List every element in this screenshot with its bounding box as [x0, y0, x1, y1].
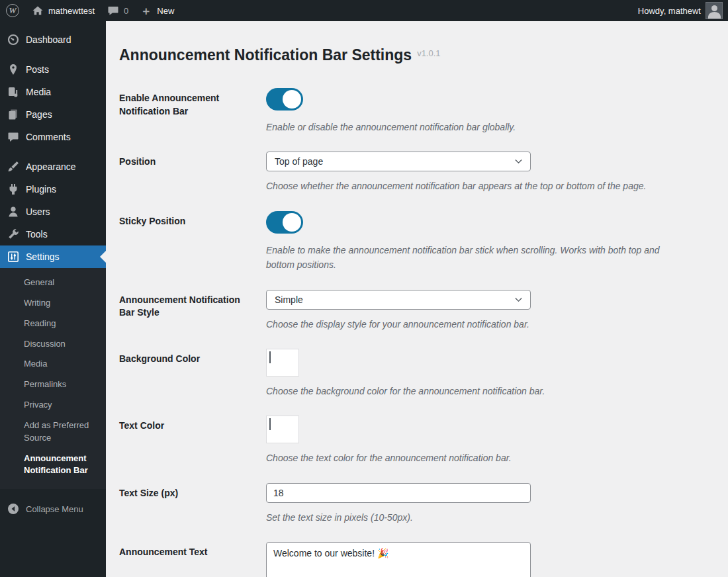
admin-bar: W mathewttest 0 ＋ New Howdy, mathewt	[0, 0, 728, 21]
sidebar-item-dashboard[interactable]: Dashboard	[0, 28, 106, 51]
position-label: Position	[119, 152, 245, 193]
submenu-item-media[interactable]: Media	[0, 354, 106, 375]
new-label: New	[157, 6, 174, 16]
submenu-item-general[interactable]: General	[0, 273, 106, 293]
sidebar-item-label: Plugins	[26, 184, 56, 195]
plugin-version: v1.0.1	[417, 48, 440, 58]
field-row-announcement-text: Announcement Text Welcome to our website…	[119, 542, 709, 577]
announcement-text-input[interactable]: Welcome to our website! 🎉	[266, 542, 531, 577]
background-color-swatch	[269, 351, 271, 363]
comments-icon	[7, 130, 20, 144]
pushpin-icon	[7, 63, 20, 76]
position-description: Choose whether the announcement notifica…	[266, 179, 684, 193]
sidebar-item-plugins[interactable]: Plugins	[0, 178, 106, 200]
site-name: mathewttest	[48, 6, 95, 16]
submenu-item-add-as-preferred-source[interactable]: Add as Preferred Source	[0, 416, 106, 449]
wordpress-menu[interactable]: W	[0, 0, 25, 21]
field-row-style: Announcement Notification Bar Style Simp…	[119, 290, 709, 332]
style-description: Choose the display style for your announ…	[266, 317, 684, 332]
sidebar-item-users[interactable]: Users	[0, 200, 106, 223]
pages-icon	[7, 108, 20, 121]
enable-toggle[interactable]	[266, 88, 303, 111]
text-size-description: Set the text size in pixels (10-50px).	[266, 510, 684, 525]
submenu-item-permalinks[interactable]: Permalinks	[0, 375, 106, 395]
page-title: Announcement Notification Bar Settingsv1…	[119, 46, 709, 64]
collapse-arrow-icon	[7, 502, 20, 515]
chevron-down-icon	[515, 159, 522, 164]
collapse-menu-label: Collapse Menu	[26, 504, 83, 514]
text-size-label: Text Size (px)	[119, 483, 245, 525]
active-menu-notch	[100, 251, 106, 263]
submenu-item-reading[interactable]: Reading	[0, 314, 106, 334]
style-select[interactable]: Simple	[266, 290, 531, 310]
sidebar-item-label: Dashboard	[26, 34, 71, 45]
toggle-knob	[283, 90, 301, 109]
text-size-input[interactable]	[266, 483, 531, 503]
field-row-enable: Enable Announcement Notification Bar Ena…	[119, 88, 709, 134]
submenu-item-discussion[interactable]: Discussion	[0, 334, 106, 355]
plug-icon	[7, 183, 20, 196]
sidebar-item-label: Tools	[26, 229, 48, 240]
text-color-label: Text Color	[119, 416, 245, 465]
new-content-button[interactable]: ＋ New	[134, 0, 180, 21]
user-icon	[7, 205, 20, 218]
site-name-link[interactable]: mathewttest	[25, 0, 101, 21]
field-row-text-color: Text Color Choose the text color for the…	[119, 416, 709, 465]
sticky-description: Enable to make the announcement notifica…	[266, 243, 684, 273]
style-select-value: Simple	[275, 294, 303, 305]
settings-sliders-icon	[7, 250, 20, 263]
submenu-item-privacy[interactable]: Privacy	[0, 395, 106, 416]
sidebar-item-posts[interactable]: Posts	[0, 58, 106, 81]
account-menu[interactable]: Howdy, mathewt	[633, 0, 728, 21]
media-icon	[7, 85, 20, 99]
sidebar-item-label: Appearance	[26, 161, 76, 172]
announcement-text-label: Announcement Text	[119, 542, 245, 577]
sidebar-item-settings[interactable]: Settings	[0, 245, 106, 268]
plus-icon: ＋	[140, 5, 152, 17]
home-icon	[31, 4, 44, 17]
sticky-toggle[interactable]	[266, 211, 303, 234]
wordpress-logo-icon: W	[6, 4, 19, 17]
text-color-swatch	[269, 418, 271, 430]
sidebar-item-label: Settings	[26, 251, 60, 262]
sidebar-item-label: Media	[26, 87, 51, 97]
chevron-down-icon	[515, 297, 522, 302]
text-color-description: Choose the text color for the announceme…	[266, 451, 684, 465]
toggle-knob	[283, 213, 301, 232]
collapse-menu-button[interactable]: Collapse Menu	[0, 496, 106, 522]
position-select[interactable]: Top of page	[266, 152, 531, 171]
comments-shortcut[interactable]: 0	[101, 0, 134, 21]
sidebar-item-label: Users	[26, 206, 50, 217]
settings-page: Announcement Notification Bar Settingsv1…	[106, 21, 728, 577]
submenu-item-announcement-notification-bar[interactable]: Announcement Notification Bar	[0, 449, 106, 482]
comments-count: 0	[124, 6, 128, 16]
comment-bubble-icon	[107, 4, 120, 17]
sidebar-item-appearance[interactable]: Appearance	[0, 155, 106, 178]
howdy-text: Howdy, mathewt	[638, 6, 701, 16]
paintbrush-icon	[7, 160, 20, 173]
sidebar-item-tools[interactable]: Tools	[0, 223, 106, 245]
wrench-icon	[7, 228, 20, 241]
sidebar-item-label: Posts	[26, 64, 49, 75]
field-row-bg-color: Background Color Choose the background c…	[119, 349, 709, 398]
sidebar-item-media[interactable]: Media	[0, 81, 106, 103]
field-row-text-size: Text Size (px) Set the text size in pixe…	[119, 483, 709, 525]
submenu-item-writing[interactable]: Writing	[0, 293, 106, 314]
text-color-picker[interactable]	[266, 416, 299, 443]
bg-color-label: Background Color	[119, 349, 245, 398]
field-row-sticky: Sticky Position Enable to make the annou…	[119, 211, 709, 273]
sidebar-item-comments[interactable]: Comments	[0, 126, 106, 148]
sidebar-item-pages[interactable]: Pages	[0, 103, 106, 126]
style-label: Announcement Notification Bar Style	[119, 290, 245, 332]
settings-submenu: General Writing Reading Discussion Media…	[0, 268, 106, 489]
field-row-position: Position Top of page Choose whether the …	[119, 152, 709, 193]
enable-label: Enable Announcement Notification Bar	[119, 88, 245, 134]
bg-color-description: Choose the background color for the anno…	[266, 384, 684, 398]
sidebar-item-label: Pages	[26, 109, 52, 120]
dashboard-icon	[7, 33, 20, 46]
enable-description: Enable or disable the announcement notif…	[266, 120, 684, 134]
sticky-label: Sticky Position	[119, 211, 245, 273]
background-color-picker[interactable]	[266, 349, 299, 377]
admin-sidebar: Dashboard Posts Media Pages Comments App…	[0, 21, 106, 577]
position-select-value: Top of page	[275, 156, 323, 167]
